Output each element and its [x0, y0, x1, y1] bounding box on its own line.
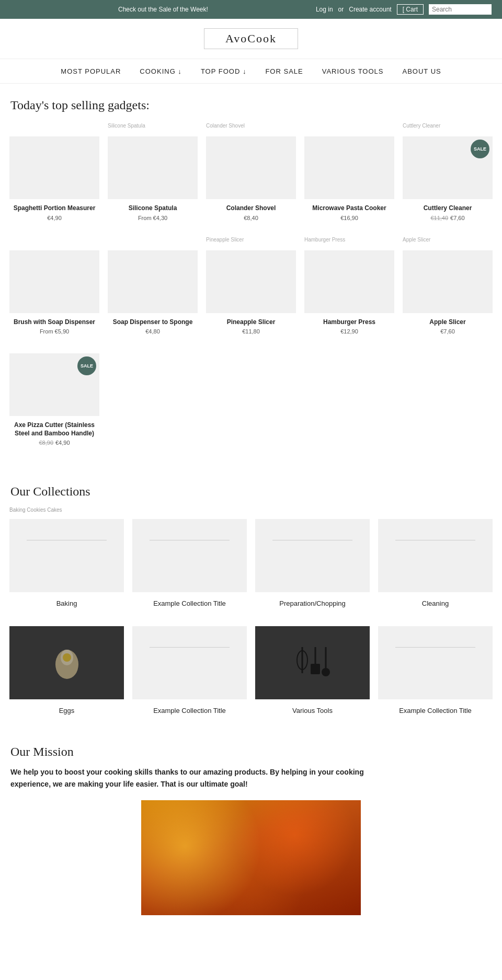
product-name-hamburger: Hamburger Press — [323, 318, 375, 327]
product-hamburger[interactable]: Hamburger Press €12,90 — [300, 245, 398, 343]
promo-message: Check out the Sale of the Week! — [118, 6, 208, 13]
product-img-hamburger — [304, 250, 394, 313]
product-img-apple — [403, 250, 493, 313]
collection-img-example2 — [132, 626, 247, 699]
collection-img-eggs — [9, 626, 124, 699]
product-name-brush: Brush with Soap Dispenser — [14, 318, 95, 327]
label-hamburger: Hamburger Press — [300, 235, 398, 245]
product-img-colander — [206, 136, 296, 199]
product-pineapple[interactable]: Pineapple Slicer €11,80 — [202, 245, 300, 343]
top-bar: Check out the Sale of the Week! Log in o… — [0, 0, 502, 19]
collection-prep[interactable]: Preparation/Chopping — [251, 515, 374, 612]
logo: AvoCook — [225, 32, 277, 45]
row2-labels: Pineapple Slicer Hamburger Press Apple S… — [0, 235, 502, 245]
nav-most-popular[interactable]: MOST POPULAR — [61, 67, 121, 75]
product-price-cuttlery: €11,40€7,60 — [430, 215, 464, 221]
original-price-axe: €8,90 — [39, 440, 53, 446]
product-price-spatula: From €4,30 — [138, 215, 167, 221]
divider-prep — [272, 540, 352, 540]
row1-labels: Silicone Spatula Colander Shovel Cuttler… — [0, 121, 502, 131]
collection-name-example2: Example Collection Title — [153, 707, 226, 714]
divider-baking — [27, 540, 107, 540]
product-img-axe: SALE — [9, 353, 99, 416]
header: AvoCook — [0, 19, 502, 53]
product-colander[interactable]: Colander Shovel €8,40 — [202, 131, 300, 229]
create-account-link[interactable]: Create account — [349, 6, 391, 13]
logo-box: AvoCook — [204, 28, 298, 49]
nav-cooking[interactable]: COOKING ↓ — [140, 67, 182, 75]
svg-point-2 — [63, 653, 71, 662]
product-price-axe: €8,90€4,90 — [39, 440, 70, 446]
mission-section: Our Mission We help you to boost your co… — [0, 729, 502, 926]
original-price-cuttlery: €11,40 — [430, 215, 448, 221]
product-axe[interactable]: SALE Axe Pizza Cutter (Stainless Steel a… — [5, 348, 104, 454]
collection-name-tools: Various Tools — [292, 707, 333, 714]
product-price-pasta: €16,90 — [340, 215, 358, 221]
collection-baking[interactable]: Baking — [5, 515, 128, 612]
product-price-spaghetti: €4,90 — [47, 215, 62, 221]
product-spaghetti[interactable]: Spaghetti Portion Measurer €4,90 — [5, 131, 104, 229]
collection-img-tools — [255, 626, 370, 699]
navigation: MOST POPULAR COOKING ↓ TOP FOOD ↓ FOR SA… — [0, 59, 502, 84]
product-name-colander: Colander Shovel — [226, 204, 276, 213]
collection-eggs[interactable]: Eggs — [5, 622, 128, 719]
nav-about-us[interactable]: ABOUT US — [402, 67, 441, 75]
svg-point-8 — [322, 668, 330, 676]
product-cuttlery[interactable]: SALE Cuttlery Cleaner €11,40€7,60 — [398, 131, 497, 229]
label-soap — [104, 235, 202, 245]
product-name-soap: Soap Dispenser to Sponge — [113, 318, 193, 327]
mission-image-inner — [141, 800, 361, 915]
search-input[interactable] — [429, 4, 492, 15]
collection-name-eggs: Eggs — [59, 707, 75, 714]
product-img-spatula — [108, 136, 198, 199]
collection-name-cleaning: Cleaning — [422, 599, 449, 607]
collections-row1: Baking Example Collection Title Preparat… — [0, 515, 502, 612]
collection-name-prep: Preparation/Chopping — [279, 599, 345, 607]
products-row2: Brush with Soap Dispenser From €5,90 Soa… — [0, 245, 502, 343]
promo-text: Check out the Sale of the Week! — [10, 6, 316, 13]
product-price-hamburger: €12,90 — [340, 328, 358, 335]
mission-text: We help you to boost your cooking skills… — [10, 766, 387, 790]
collection-img-example3 — [378, 626, 493, 699]
or-text: or — [338, 6, 344, 13]
product-price-colander: €8,40 — [244, 215, 258, 221]
collection-cleaning[interactable]: Cleaning — [374, 515, 497, 612]
collection-tools[interactable]: Various Tools — [251, 622, 374, 719]
collection-img-example1 — [132, 519, 247, 592]
collection-example3[interactable]: Example Collection Title — [374, 622, 497, 719]
product-apple[interactable]: Apple Slicer €7,60 — [398, 245, 497, 343]
nav-top-food[interactable]: TOP FOOD ↓ — [201, 67, 247, 75]
product-img-spaghetti — [9, 136, 99, 199]
mission-image — [141, 800, 361, 915]
svg-rect-6 — [311, 664, 320, 674]
product-price-soap: €4,80 — [145, 328, 160, 335]
divider-example1 — [150, 540, 230, 540]
product-brush[interactable]: Brush with Soap Dispenser From €5,90 — [5, 245, 104, 343]
collections-title: Our Collections — [10, 485, 492, 499]
nav-various-tools[interactable]: VARIOUS TOOLS — [322, 67, 384, 75]
label-apple: Apple Slicer — [398, 235, 497, 245]
product-price-brush: From €5,90 — [40, 328, 69, 335]
label-pasta — [300, 121, 398, 131]
collections-row2: Eggs Example Collection Title — [0, 622, 502, 719]
sale-badge-cuttlery: SALE — [471, 140, 489, 158]
nav-for-sale[interactable]: FOR SALE — [265, 67, 303, 75]
divider-cleaning — [395, 540, 475, 540]
product-pasta[interactable]: Microwave Pasta Cooker €16,90 — [300, 131, 398, 229]
collection-img-baking — [9, 519, 124, 592]
login-link[interactable]: Log in — [316, 6, 333, 13]
product-soap[interactable]: Soap Dispenser to Sponge €4,80 — [104, 245, 202, 343]
sale-badge-axe: SALE — [77, 356, 96, 375]
label-spaghetti — [5, 121, 104, 131]
collection-example1[interactable]: Example Collection Title — [128, 515, 251, 612]
collection-name-example1: Example Collection Title — [153, 599, 226, 607]
label-spatula: Silicone Spatula — [104, 121, 202, 131]
cart-button[interactable]: [ Cart — [397, 4, 424, 15]
product-spatula[interactable]: Silicone Spatula From €4,30 — [104, 131, 202, 229]
product-name-pasta: Microwave Pasta Cooker — [312, 204, 386, 213]
label-brush — [5, 235, 104, 245]
mission-title: Our Mission — [10, 745, 492, 759]
collection-example2[interactable]: Example Collection Title — [128, 622, 251, 719]
baking-label: Baking Cookies Cakes — [0, 507, 502, 513]
label-cuttlery: Cuttlery Cleaner — [398, 121, 497, 131]
